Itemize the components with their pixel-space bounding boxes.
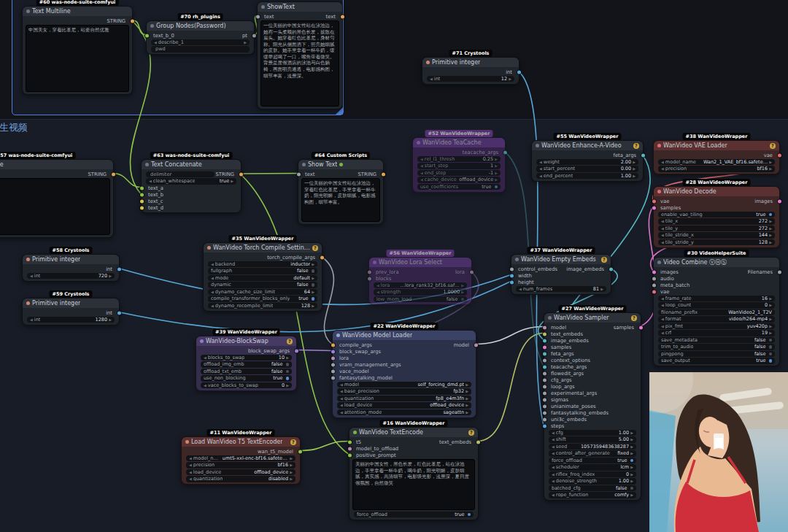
group-title[interactable]: 生视频 — [0, 121, 28, 134]
increment-arrow-icon[interactable]: ▶ — [495, 171, 498, 175]
increment-arrow-icon[interactable]: ▶ — [109, 317, 112, 322]
decrement-arrow-icon[interactable]: ◀ — [661, 303, 664, 307]
decrement-arrow-icon[interactable]: ◀ — [420, 171, 423, 175]
decrement-arrow-icon[interactable]: ◀ — [211, 304, 214, 308]
widget-load_device[interactable]: ◀load_deviceoffload_device▶ — [186, 469, 296, 476]
node-titlebar[interactable]: WanVideo Empty Embeds? — [511, 255, 611, 264]
collapse-dot-icon[interactable] — [426, 61, 430, 64]
widget-tile_x[interactable]: ◀tile_x272▶ — [658, 218, 775, 225]
input-port-compile_args[interactable] — [331, 343, 335, 347]
widget-force_offload[interactable]: force_offloadtrue — [354, 512, 474, 518]
toggle-icon[interactable] — [286, 363, 290, 366]
decrement-arrow-icon[interactable]: ◀ — [661, 317, 664, 321]
widget-quantization[interactable]: ◀quantizationdisabled▶ — [186, 476, 296, 482]
collapse-dot-icon[interactable] — [200, 339, 204, 343]
decrement-arrow-icon[interactable]: ◀ — [430, 77, 433, 81]
decrement-arrow-icon[interactable]: ◀ — [539, 166, 542, 171]
decrement-arrow-icon[interactable]: ◀ — [189, 456, 192, 460]
widget-tile_stride_y[interactable]: ◀tile_stride_y128▶ — [658, 239, 775, 246]
increment-arrow-icon[interactable]: ▶ — [231, 179, 233, 183]
toggle-icon[interactable] — [630, 487, 634, 490]
node-titlebar[interactable]: WanVideo Lora Select — [369, 258, 471, 267]
input-port-positive_prompt[interactable] — [348, 453, 352, 457]
decrement-arrow-icon[interactable]: ◀ — [340, 410, 343, 415]
input-port-text_b_0[interactable] — [145, 34, 149, 37]
text-area[interactable]: 一位美丽的中国女性站在泳池边，她有一头柔顺的黑色长发，披散在肩头。她穿着红色比基… — [260, 20, 339, 107]
increment-arrow-icon[interactable]: ▶ — [769, 219, 772, 223]
toggle-icon[interactable] — [769, 213, 773, 217]
decrement-arrow-icon[interactable]: ◀ — [552, 437, 555, 442]
decrement-arrow-icon[interactable]: ◀ — [340, 382, 343, 387]
input-port-experimental_args[interactable] — [543, 391, 546, 395]
widget-loop_count[interactable]: ◀loop_count0▶ — [658, 302, 775, 309]
widget-attention_mode[interactable]: ◀attention_modesageattn▶ — [337, 409, 471, 416]
decrement-arrow-icon[interactable]: ◀ — [420, 177, 423, 182]
widget-num_frames[interactable]: ◀num_frames81▶ — [516, 286, 606, 293]
input-port-text_c[interactable] — [140, 199, 144, 203]
increment-arrow-icon[interactable]: ▶ — [630, 493, 633, 497]
decrement-arrow-icon[interactable]: ◀ — [189, 463, 192, 467]
output-port-vae[interactable] — [778, 153, 781, 157]
input-port-samples[interactable] — [652, 206, 656, 209]
widget-clean_whitespace[interactable]: ◀clean_whitespacetrue▶ — [146, 178, 236, 185]
node-titlebar[interactable]: WanVideo Sampler? — [544, 313, 641, 323]
node-titlebar[interactable]: Load WanVideo T5 TextEncoder? — [182, 437, 300, 447]
input-port-flowedit_args[interactable] — [543, 371, 546, 375]
widget-tile_y[interactable]: ◀tile_y272▶ — [658, 225, 775, 232]
increment-arrow-icon[interactable]: ▶ — [286, 383, 289, 388]
widget-strength[interactable]: ◀strength1.0000▶ — [374, 289, 467, 296]
node-titlebar[interactable]: Group Nodes(Password) — [147, 21, 254, 31]
widget-low_mem_load[interactable]: low_mem_loadfalse — [374, 296, 467, 303]
node-titlebar[interactable]: WanVideo Model Loader — [333, 331, 476, 340]
input-port-text[interactable] — [297, 172, 301, 176]
input-port-audio[interactable] — [652, 277, 656, 280]
output-port-pt[interactable] — [252, 34, 256, 37]
widget-cache_device[interactable]: ◀cache_deviceoffload_device▶ — [417, 177, 501, 183]
widget-pix_fmt[interactable]: ◀pix_fmtyuv420p▶ — [658, 323, 775, 330]
widget-filename_prefix[interactable]: filename_prefixWanVideo2_1_T2V — [658, 309, 775, 316]
widget-mode[interactable]: ◀modedefault▶ — [208, 275, 317, 282]
widget-model[interactable]: ◀modelself_forcing_dmd.pt▶ — [337, 382, 471, 388]
node-showtext-top[interactable]: ShowTexttexttext一位美丽的中国女性站在泳池边，她有一头柔顺的黑色… — [257, 1, 343, 109]
collapse-dot-icon[interactable] — [657, 190, 661, 193]
widget-text-input[interactable]: pwd — [151, 46, 250, 53]
widget-tile_stride_x[interactable]: ◀tile_stride_x144▶ — [658, 232, 775, 239]
node-wanvideo-blockswap[interactable]: #39 WanVideoWrapperWanVideo-BlockSwap?bl… — [196, 336, 297, 391]
toggle-icon[interactable] — [495, 185, 498, 189]
decrement-arrow-icon[interactable]: ◀ — [340, 403, 343, 407]
input-port-text[interactable] — [256, 15, 260, 18]
output-port-STRING[interactable] — [239, 172, 243, 176]
decrement-arrow-icon[interactable]: ◀ — [661, 324, 664, 328]
decrement-arrow-icon[interactable]: ◀ — [661, 219, 664, 223]
increment-arrow-icon[interactable]: ▶ — [600, 287, 603, 291]
toggle-icon[interactable] — [461, 298, 465, 301]
increment-arrow-icon[interactable]: ▶ — [630, 431, 633, 435]
toggle-icon[interactable] — [769, 339, 773, 342]
increment-arrow-icon[interactable]: ▶ — [630, 472, 633, 477]
increment-arrow-icon[interactable]: ▶ — [466, 403, 468, 407]
widget-crf[interactable]: ◀crf19▶ — [658, 330, 775, 336]
increment-arrow-icon[interactable]: ▶ — [290, 456, 293, 460]
increment-arrow-icon[interactable]: ▶ — [769, 226, 772, 231]
output-port-torch_compile_args[interactable] — [320, 255, 324, 259]
decrement-arrow-icon[interactable]: ◀ — [552, 472, 555, 477]
input-port-cfg_args[interactable] — [543, 378, 546, 382]
help-icon[interactable]: ? — [631, 315, 637, 321]
toggle-icon[interactable] — [286, 370, 290, 374]
input-port-feta_args[interactable] — [543, 352, 546, 355]
node-titlebar[interactable]: Primitive integer — [23, 298, 119, 308]
widget-shift[interactable]: ◀shift5.00▶ — [549, 436, 636, 443]
node-titlebar[interactable]: WanVideo VAE Loader? — [654, 141, 779, 150]
widget-denoise_strength[interactable]: ◀denoise_strength1.00▶ — [549, 478, 636, 485]
toggle-icon[interactable] — [769, 359, 773, 363]
output-port-STRING[interactable] — [131, 19, 134, 23]
output-port-image_embeds[interactable] — [609, 267, 613, 271]
node-video-combine[interactable]: #30 VideoHelperSuiteVideo Combine ⓋⒽⓈima… — [653, 257, 780, 366]
collapse-dot-icon[interactable] — [26, 9, 30, 13]
input-port-samples[interactable] — [543, 345, 546, 349]
collapse-dot-icon[interactable] — [353, 431, 357, 434]
node-titlebar[interactable]: Text Concatenate — [142, 160, 241, 169]
input-port-uni3c_embeds[interactable] — [543, 417, 546, 421]
widget-frame_rate[interactable]: ◀frame_rate16▶ — [658, 296, 775, 302]
help-icon[interactable]: ? — [287, 339, 293, 344]
